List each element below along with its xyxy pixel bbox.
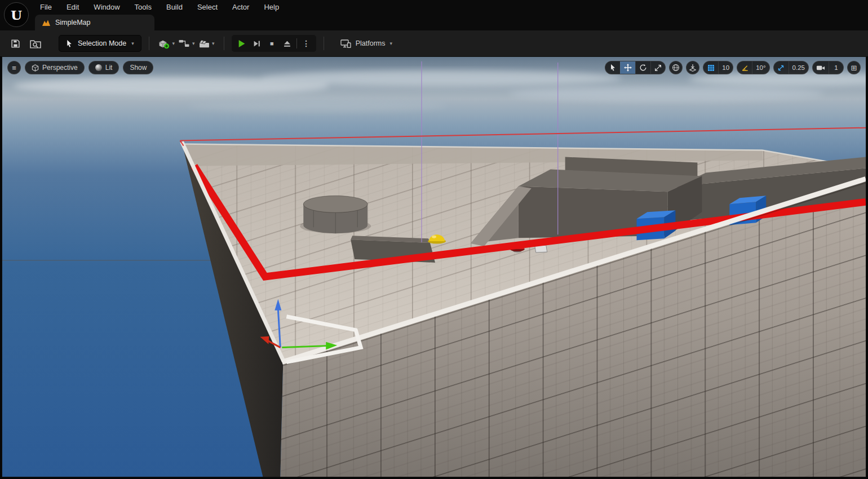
more-vertical-icon: ⋮: [302, 39, 310, 48]
blueprints-icon: [178, 39, 190, 48]
main-menu: File Edit Window Tools Build Select Acto…: [33, 0, 286, 15]
play-options-button[interactable]: ⋮: [299, 36, 314, 51]
cinematics-icon: [199, 39, 210, 48]
chevron-down-icon: ▾: [172, 41, 175, 46]
platforms-dropdown[interactable]: Platforms ▾: [340, 39, 392, 48]
folder-search-icon: [30, 39, 41, 48]
toolbar-divider: [324, 37, 324, 50]
grid-snap-group: 10: [703, 61, 733, 74]
perspective-dropdown[interactable]: Perspective: [25, 61, 85, 74]
select-cursor-icon: [610, 64, 616, 72]
scale-snap-toggle[interactable]: [774, 61, 789, 74]
scene-3d: [2, 57, 866, 477]
save-button[interactable]: [6, 34, 25, 52]
rotation-snap-value-label: 10°: [756, 64, 765, 71]
tab-bar: SimpleMap: [35, 15, 154, 30]
maximize-viewport-button[interactable]: ⊞: [847, 61, 861, 74]
play-button[interactable]: [234, 36, 249, 51]
transform-tools-group: [605, 61, 666, 74]
menu-item-window[interactable]: Window: [86, 0, 127, 15]
eject-icon: [284, 40, 291, 47]
perspective-label: Perspective: [42, 64, 78, 72]
menu-item-edit[interactable]: Edit: [59, 0, 86, 15]
level-viewport[interactable]: ≡ Perspective Lit Show: [2, 56, 866, 477]
unreal-logo-letter: U: [11, 7, 22, 23]
static-mesh-cylinder[interactable]: [303, 196, 367, 233]
quad-view-icon: ⊞: [851, 64, 857, 72]
selection-mode-dropdown[interactable]: Selection Mode ▾: [59, 35, 141, 52]
surface-snap-icon: [689, 64, 697, 72]
camera-speed-button[interactable]: [813, 61, 829, 74]
chevron-down-icon: ▾: [390, 41, 393, 46]
save-icon: [11, 39, 20, 48]
show-dropdown[interactable]: Show: [123, 61, 153, 74]
show-label: Show: [130, 64, 147, 72]
menu-item-build[interactable]: Build: [159, 0, 190, 15]
lit-sphere-icon: [95, 64, 102, 71]
world-local-toggle[interactable]: [669, 61, 683, 74]
play-controls: ■ ⋮: [232, 35, 316, 52]
chevron-down-icon: ▾: [192, 41, 195, 46]
cursor-icon: [66, 39, 73, 48]
grid-snap-icon: [707, 64, 715, 72]
scale-tool-button[interactable]: [650, 61, 665, 74]
move-icon: [624, 64, 632, 72]
rotation-snap-icon: [741, 64, 749, 72]
scale-snap-value[interactable]: 0.25: [789, 61, 808, 74]
level-icon: [42, 19, 51, 26]
menu-item-help[interactable]: Help: [256, 0, 286, 15]
skip-next-button[interactable]: [249, 36, 264, 51]
blueprints-dropdown[interactable]: ▾: [177, 34, 196, 52]
view-mode-dropdown[interactable]: Lit: [88, 61, 119, 74]
camera-speed-group: 1: [812, 61, 844, 74]
skip-next-icon: [253, 40, 260, 47]
toolbar-divider: [149, 37, 149, 50]
move-tool-button[interactable]: [620, 61, 635, 74]
add-actor-dropdown[interactable]: ▾: [157, 34, 176, 52]
title-menu-bar: U File Edit Window Tools Build Select Ac…: [0, 0, 868, 30]
rotate-icon: [639, 64, 647, 72]
hamburger-icon: ≡: [12, 64, 16, 72]
eject-button[interactable]: [280, 36, 295, 51]
grid-snap-value-label: 10: [722, 64, 729, 71]
play-group-divider: [296, 38, 297, 48]
chevron-down-icon: ▾: [212, 41, 215, 46]
platforms-icon: [340, 39, 351, 48]
menu-item-actor[interactable]: Actor: [225, 0, 256, 15]
stop-button[interactable]: ■: [264, 36, 280, 51]
viewport-options-button[interactable]: ≡: [7, 61, 21, 74]
menu-item-tools[interactable]: Tools: [127, 0, 159, 15]
platforms-label: Platforms: [356, 39, 386, 47]
lit-label: Lit: [105, 64, 113, 72]
camera-icon: [816, 64, 825, 72]
grid-snap-value[interactable]: 10: [718, 61, 733, 74]
rotate-tool-button[interactable]: [635, 61, 650, 74]
camera-speed-value[interactable]: 1: [829, 61, 843, 74]
surface-snap-toggle[interactable]: [686, 61, 699, 74]
scale-icon: [654, 64, 662, 72]
unreal-logo[interactable]: U: [4, 2, 29, 27]
selection-mode-label: Selection Mode: [78, 39, 126, 47]
scale-snap-group: 0.25: [773, 61, 809, 74]
viewport-toolbar-right: 10 10°: [605, 61, 861, 74]
globe-icon: [672, 64, 680, 72]
menu-item-select[interactable]: Select: [190, 0, 225, 15]
play-icon: [238, 39, 245, 48]
unreal-editor-window: U File Edit Window Tools Build Select Ac…: [0, 0, 868, 479]
rotation-snap-value[interactable]: 10°: [752, 61, 769, 74]
main-toolbar: Selection Mode ▾ ▾ ▾: [0, 30, 868, 56]
rotation-snap-toggle[interactable]: [737, 61, 752, 74]
scale-snap-value-label: 0.25: [792, 64, 805, 71]
cinematics-dropdown[interactable]: ▾: [197, 34, 216, 52]
toolbar-divider: [224, 37, 224, 50]
menu-item-file[interactable]: File: [33, 0, 59, 15]
grid-snap-toggle[interactable]: [703, 61, 718, 74]
select-tool-button[interactable]: [605, 61, 620, 74]
rotation-snap-group: 10°: [737, 61, 769, 74]
scale-snap-icon: [777, 64, 785, 72]
viewport-toolbar-left: ≡ Perspective Lit Show: [7, 61, 153, 74]
perspective-cube-icon: [32, 64, 39, 72]
level-tab-simplemap[interactable]: SimpleMap: [35, 15, 154, 30]
browse-content-button[interactable]: [26, 34, 45, 52]
chevron-down-icon: ▾: [131, 41, 134, 46]
